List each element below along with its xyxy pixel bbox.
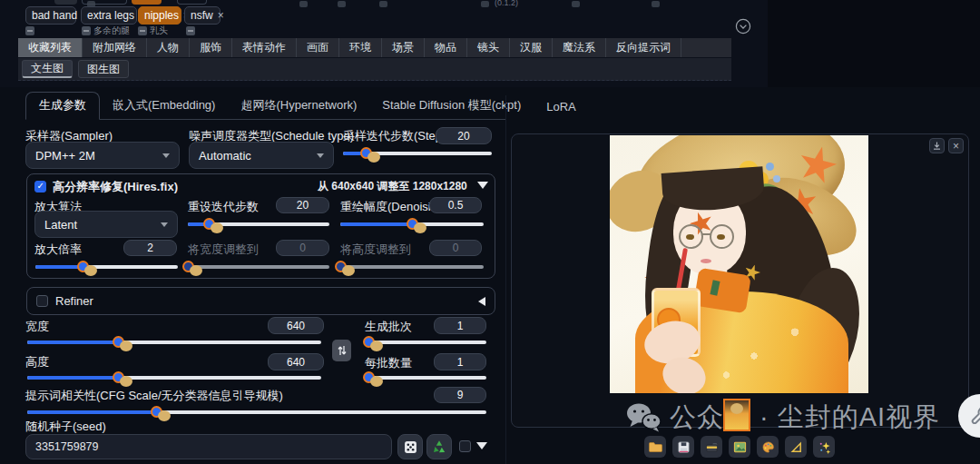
extra-seed-checkbox[interactable] <box>459 440 471 452</box>
tab-txt2img[interactable]: 文生图 <box>22 60 73 78</box>
cfg-slider[interactable] <box>27 406 486 418</box>
resize-height-label: 将高度调整到 <box>340 242 411 258</box>
random-seed-button[interactable] <box>397 434 423 459</box>
refiner-checkbox[interactable] <box>36 295 48 307</box>
tab-generation-params[interactable]: 生成参数 <box>25 92 100 120</box>
tab-clothing[interactable]: 服饰 <box>190 38 232 57</box>
picture-icon <box>733 440 747 454</box>
hires-fix-title: 高分辨率修复(Hires.fix) <box>53 179 178 195</box>
batch-size-slider[interactable] <box>368 371 486 383</box>
tag-chip-nipples[interactable]: nipples × <box>138 6 181 25</box>
width-slider[interactable] <box>27 336 321 348</box>
send-to-extras-button[interactable] <box>785 436 807 458</box>
tag-label: nsfw <box>191 9 213 22</box>
tab-negative-prompt[interactable]: 反向提示词 <box>606 38 681 57</box>
tag-label: bad hand <box>32 9 77 22</box>
steps-input[interactable]: 20 <box>436 127 492 144</box>
swap-dimensions-button[interactable] <box>332 340 351 361</box>
upscale-by-input[interactable]: 2 <box>123 240 177 256</box>
watermark: 公众号 · 尘封的AI视界 <box>624 400 940 435</box>
tab-hypernetwork[interactable]: 超网络(Hypernetwork) <box>228 93 369 119</box>
batch-size-input[interactable]: 1 <box>434 353 486 370</box>
upscale-button[interactable] <box>813 436 835 458</box>
schedule-dropdown[interactable]: Automatic <box>189 142 334 169</box>
tab-picture[interactable]: 画面 <box>297 38 339 57</box>
save-image-button[interactable] <box>672 436 694 458</box>
send-to-inpaint-button[interactable] <box>757 436 779 458</box>
hires-fix-panel: 高分辨率修复(Hires.fix) 从 640x640 调整至 1280x128… <box>26 173 495 279</box>
upscale-by-slider[interactable] <box>35 261 178 272</box>
send-to-img2img-button[interactable] <box>729 436 750 458</box>
tab-camera[interactable]: 镜头 <box>467 38 510 57</box>
upscale-by-label: 放大倍率 <box>34 242 82 258</box>
steps-slider[interactable] <box>343 147 492 159</box>
tab-extra-networks[interactable]: 附加网络 <box>83 38 147 57</box>
tab-scene[interactable]: 场景 <box>382 38 425 57</box>
clipped-tag-chip <box>54 0 77 5</box>
seed-input[interactable] <box>25 434 392 459</box>
translation-icon <box>572 1 580 7</box>
tag-translation <box>186 25 195 36</box>
cfg-input[interactable]: 9 <box>434 387 486 403</box>
tab-hanfu[interactable]: 汉服 <box>510 38 553 57</box>
tag-chip-extra-legs[interactable]: extra legs × <box>81 6 137 25</box>
clipped-version-label: (0.1.2) <box>495 0 518 7</box>
image-viewer-panel: × <box>511 133 969 428</box>
tab-expression[interactable]: 表情动作 <box>232 38 297 57</box>
output-toolbar <box>644 436 835 458</box>
tag-chip-nsfw[interactable]: nsfw × <box>184 6 220 25</box>
denoising-slider[interactable] <box>340 218 484 230</box>
top-right-zone <box>768 0 980 87</box>
seed-extra-collapse-icon[interactable] <box>476 442 487 449</box>
resize-height-input: 0 <box>429 240 482 256</box>
tab-magic[interactable]: 魔法系 <box>553 38 606 57</box>
collapse-tags-button[interactable] <box>735 18 751 35</box>
height-input[interactable]: 640 <box>268 353 324 370</box>
width-input[interactable]: 640 <box>268 317 324 334</box>
archive-icon <box>705 440 719 454</box>
sparkles-icon <box>818 440 831 454</box>
resize-width-slider <box>188 261 329 272</box>
tab-character[interactable]: 人物 <box>147 38 190 57</box>
reuse-seed-button[interactable] <box>426 434 452 459</box>
tag-label: nipples <box>144 9 179 22</box>
download-image-button[interactable] <box>929 138 945 153</box>
tab-environment[interactable]: 环境 <box>339 38 382 57</box>
batch-count-slider[interactable] <box>368 336 486 348</box>
batch-count-input[interactable]: 1 <box>434 317 486 334</box>
tab-favorites[interactable]: 收藏列表 <box>18 38 83 57</box>
translation-icon <box>186 26 195 35</box>
hires-steps-input[interactable]: 20 <box>276 197 329 213</box>
tab-img2img[interactable]: 图生图 <box>78 60 129 78</box>
height-slider[interactable] <box>27 371 321 383</box>
tag-translation: 乳头 <box>138 25 168 36</box>
tab-objects[interactable]: 物品 <box>425 38 467 57</box>
generated-image[interactable] <box>610 135 868 393</box>
hires-fix-checkbox[interactable] <box>34 181 46 193</box>
resize-width-label: 将宽度调整到 <box>188 242 259 258</box>
cfg-label: 提示词相关性(CFG Scale/无分类器信息引导规模) <box>25 388 283 404</box>
chevron-down-icon <box>162 153 170 158</box>
tag-chip-bad-hand[interactable]: bad hand × <box>25 6 76 25</box>
tab-lora[interactable]: LoRA <box>534 95 589 119</box>
denoising-input[interactable]: 0.5 <box>429 197 482 213</box>
upscaler-dropdown[interactable]: Latent <box>34 211 178 238</box>
open-folder-button[interactable] <box>644 436 666 458</box>
save-zip-button[interactable] <box>701 436 722 458</box>
recycle-icon <box>432 439 446 454</box>
remove-tag-icon[interactable]: × <box>218 10 224 21</box>
close-image-button[interactable]: × <box>948 138 964 153</box>
expand-panel-icon[interactable] <box>478 297 485 306</box>
tab-embedding[interactable]: 嵌入式(Embedding) <box>100 93 228 119</box>
collapse-panel-icon[interactable] <box>477 182 488 189</box>
refiner-panel: Refiner <box>26 287 495 315</box>
hires-steps-slider[interactable] <box>188 218 329 230</box>
sampler-dropdown[interactable]: DPM++ 2M <box>25 142 180 169</box>
main-tabs: 生成参数 嵌入式(Embedding) 超网络(Hypernetwork) St… <box>25 95 505 120</box>
clipped-tag-chip <box>177 0 207 5</box>
gallery-thumbnail-selected[interactable] <box>723 399 750 431</box>
tab-checkpoint[interactable]: Stable Diffusion 模型(ckpt) <box>369 93 534 119</box>
close-icon: × <box>953 141 959 152</box>
translation-icon <box>481 1 489 7</box>
dice-icon <box>404 440 417 454</box>
